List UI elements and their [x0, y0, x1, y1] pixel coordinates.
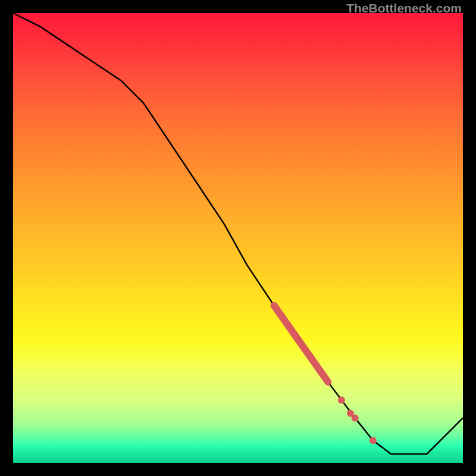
- highlight-dot: [369, 437, 377, 444]
- highlight-dot: [352, 414, 359, 421]
- watermark-text: TheBottleneck.com: [346, 1, 462, 15]
- bottleneck-curve: [13, 13, 463, 454]
- chart-svg: [0, 0, 476, 476]
- highlight-segment: [274, 305, 328, 382]
- highlight-dot: [338, 396, 345, 403]
